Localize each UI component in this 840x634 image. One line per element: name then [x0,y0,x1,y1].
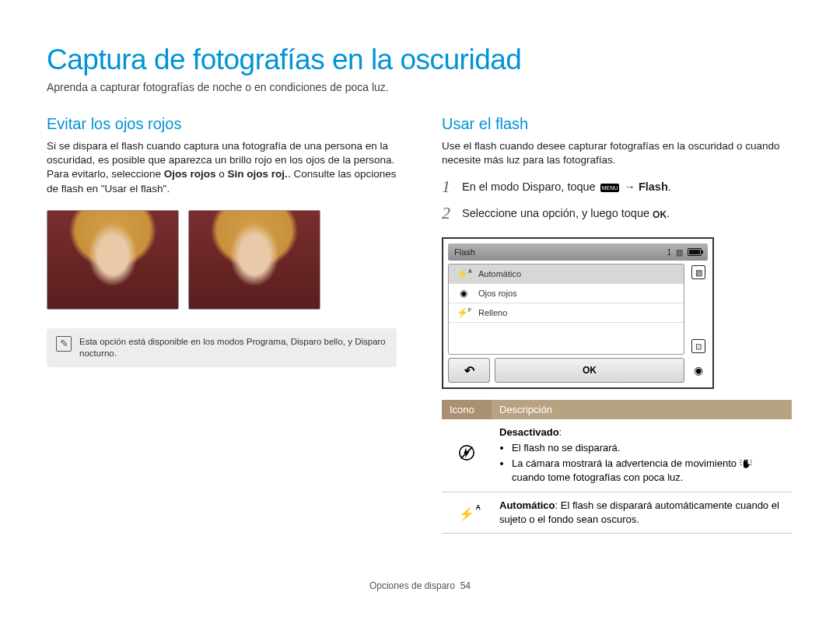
steps-list: 1 En el modo Disparo, toque MENU → Flash… [442,177,792,223]
note-icon: ✎ [56,336,72,352]
col-icono: Icono [442,400,492,419]
label: Automático [478,269,521,278]
shake-warning-icon [740,457,752,471]
row-title: Automático [499,499,555,511]
red-eye-paragraph: Si se dispara el flash cuando captura un… [47,139,397,196]
flash-auto-icon: ⚡A [442,492,492,533]
flash-fill-icon: ⚡F [457,307,471,318]
right-column: Usar el flash Use el flash cuando desee … [442,115,792,534]
left-column: Evitar los ojos rojos Si se dispara el f… [47,115,397,534]
label: Ojos rojos [478,289,517,298]
arrow: → [621,180,639,193]
sd-icon: ▥ [676,248,683,257]
cam-title: Flash [454,247,475,257]
page-title: Captura de fotografías en la oscuridad [47,44,793,76]
flash-label: Flash [639,180,668,193]
photo-corrected [188,210,320,310]
step-number: 1 [442,177,454,197]
footer-page: 54 [460,580,471,591]
col-descripcion: Descripción [492,400,792,419]
camera-screen: Flash 1 ▥ ⚡A Automático [442,237,714,389]
bold-sin-ojos: Sin ojos roj. [228,168,288,180]
text: La cámara mostrará la advertencia de mov… [512,457,740,469]
section-heading-red-eye: Evitar los ojos rojos [47,115,397,133]
flash-options-list: ⚡A Automático ◉ Ojos rojos ⚡F Relleno [448,264,684,355]
eye-icon: ◉ [457,288,471,299]
text: o [216,168,228,180]
preview-eye-icon: ◉ [689,358,708,383]
text: . [667,207,670,219]
text: cuando tome fotografías con poca luz. [512,471,683,483]
note-box: ✎ Esta opción está disponible en los mod… [47,328,397,367]
table-row: ⚡A Automático: El flash se disparará aut… [442,492,792,533]
row-title: Desactivado [499,426,559,438]
bullet: El flash no se disparará. [512,441,784,455]
text: En el modo Disparo, toque [462,180,599,193]
cam-sidebar: ▧ ⊡ [689,264,708,355]
footer-section: Opciones de disparo [369,580,455,591]
menu-icon: MENU [600,184,620,192]
example-photos [47,210,397,310]
flash-off-icon [442,419,492,492]
thumb-icon[interactable]: ▧ [691,265,705,279]
ok-icon: OK [653,209,667,220]
text: . [668,180,671,193]
section-heading-flash: Usar el flash [442,115,792,133]
note-text: Esta opción está disponible en los modos… [79,336,387,359]
ok-button[interactable]: OK [495,358,684,383]
bullet: La cámara mostrará la advertencia de mov… [512,457,784,485]
svg-line-1 [461,447,473,459]
table-row: Desactivado: El flash no se disparará. L… [442,419,792,492]
desc-cell: Automático: El flash se disparará automá… [492,492,792,533]
desc-cell: Desactivado: El flash no se disparará. L… [492,419,792,492]
flash-icons-table: Icono Descripción Desactivado: El flash … [442,400,792,533]
step-1: 1 En el modo Disparo, toque MENU → Flash… [442,177,792,197]
battery-icon [688,248,702,256]
bold-ojos-rojos: Ojos rojos [164,168,216,180]
mode-icon[interactable]: ⊡ [691,339,705,353]
flash-option-redeye[interactable]: ◉ Ojos rojos [449,284,684,303]
flash-paragraph: Use el flash cuando desee capturar fotog… [442,139,792,167]
cam-header: Flash 1 ▥ [448,243,708,261]
step-2: 2 Seleccione una opción, y luego toque O… [442,203,792,223]
step-number: 2 [442,203,454,223]
text: Seleccione una opción, y luego toque [462,207,653,219]
cam-count: 1 [667,248,671,257]
flash-option-auto[interactable]: ⚡A Automático [449,264,684,284]
photo-red-eye [47,210,179,310]
page-footer: Opciones de disparo 54 [47,580,793,591]
flash-auto-icon: ⚡A [457,268,471,279]
back-button[interactable]: ↶ [448,358,490,383]
page-subtitle: Aprenda a capturar fotografías de noche … [47,81,793,93]
flash-option-fill[interactable]: ⚡F Relleno [449,303,684,323]
label: Relleno [478,308,507,317]
